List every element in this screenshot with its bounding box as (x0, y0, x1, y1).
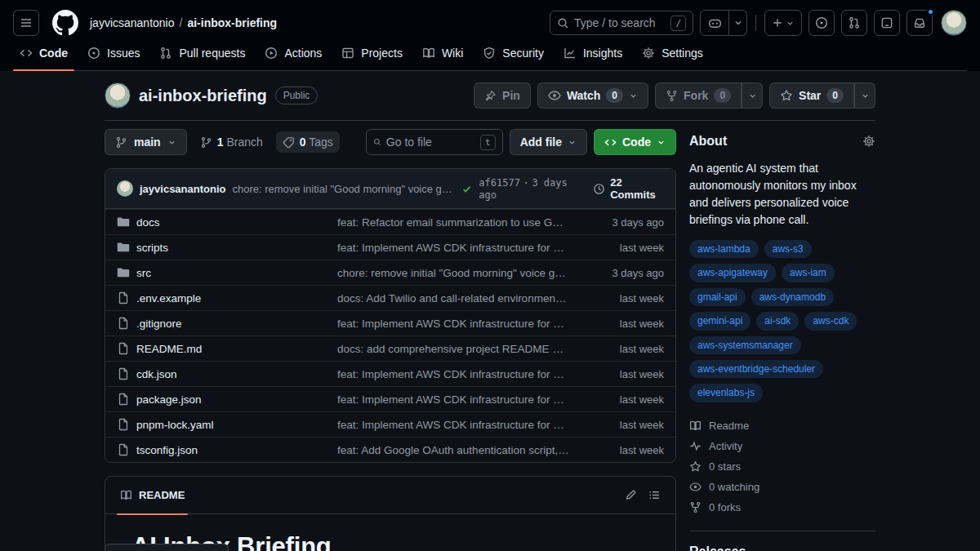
code-download-button[interactable]: Code (594, 129, 676, 155)
topic-tag[interactable]: ai-sdk (756, 312, 799, 330)
tab-wiki[interactable]: Wiki (416, 44, 470, 70)
file-name-link[interactable]: pnpm-lock.yaml (136, 419, 337, 431)
topic-tag[interactable]: aws-apigateway (689, 264, 776, 282)
topic-tag[interactable]: aws-cdk (804, 312, 857, 330)
row-commit-message-link[interactable]: feat: Implement AWS CDK infrastructure f… (337, 419, 579, 431)
table-row[interactable]: .env.example docs: Add Twilio and call-r… (105, 285, 675, 310)
row-commit-message-link[interactable]: feat: Add Google OAuth authentication sc… (337, 444, 579, 456)
latest-commit-message-link[interactable]: chore: remove initial "Good morning" voi… (232, 183, 455, 195)
fork-dropdown-button[interactable] (742, 82, 763, 109)
table-row[interactable]: .gitignore feat: Implement AWS CDK infra… (105, 310, 675, 335)
file-name-link[interactable]: tsconfig.json (136, 444, 337, 456)
commit-hash-link[interactable]: af61577 (479, 177, 520, 189)
topic-tag[interactable]: aws-s3 (764, 240, 812, 258)
tab-insights[interactable]: Insights (557, 44, 629, 70)
row-commit-message-link[interactable]: feat: Implement AWS CDK infrastructure f… (337, 393, 579, 406)
topic-tag[interactable]: elevenlabs-js (689, 384, 763, 402)
star-dropdown-button[interactable] (854, 82, 875, 109)
table-row[interactable]: cdk.json feat: Implement AWS CDK infrast… (105, 361, 675, 386)
file-name-link[interactable]: scripts (136, 242, 337, 254)
add-file-button[interactable]: Add file (510, 129, 587, 155)
forks-link[interactable]: 0 forks (689, 497, 875, 518)
file-name-link[interactable]: src (136, 267, 337, 279)
check-icon[interactable] (461, 184, 472, 194)
tags-link[interactable]: 0 Tags (276, 131, 340, 153)
table-row[interactable]: tsconfig.json feat: Add Google OAuth aut… (105, 437, 675, 462)
table-row[interactable]: docs feat: Refactor email summarization … (105, 209, 675, 234)
file-name-link[interactable]: .gitignore (136, 318, 337, 330)
commit-history-link[interactable]: 22 Commits (593, 176, 664, 201)
notifications-inbox-button[interactable] (906, 10, 933, 36)
file-name-link[interactable]: cdk.json (136, 368, 337, 380)
tab-actions[interactable]: Actions (258, 44, 328, 70)
table-row[interactable]: package.json feat: Implement AWS CDK inf… (105, 386, 675, 411)
repo-forked-icon (689, 501, 702, 513)
global-search-input[interactable]: Type / to search / (550, 11, 693, 35)
agents-window-button[interactable] (874, 10, 900, 36)
topic-tag[interactable]: aws-iam (782, 264, 835, 282)
copilot-button[interactable] (700, 10, 729, 36)
tab-projects[interactable]: Projects (335, 44, 409, 70)
file-name-link[interactable]: package.json (136, 393, 337, 406)
row-commit-message-link[interactable]: docs: add comprehensive project README w… (337, 343, 579, 355)
go-to-file-search[interactable]: t (366, 129, 503, 155)
tab-issues[interactable]: Issues (81, 44, 146, 70)
fork-button[interactable]: Fork 0 (655, 82, 742, 109)
activity-link[interactable]: Activity (689, 436, 875, 456)
edit-about-button[interactable] (862, 135, 875, 148)
repo-name[interactable]: ai-inbox-briefing (139, 87, 267, 105)
repo-owner-avatar[interactable] (105, 82, 131, 109)
breadcrumb-repo-link[interactable]: ai-inbox-briefing (187, 16, 277, 29)
file-name-link[interactable]: README.md (136, 343, 337, 355)
table-row[interactable]: README.md docs: add comprehensive projec… (105, 335, 675, 361)
topic-tag[interactable]: aws-lambda (689, 240, 759, 258)
hamburger-menu-button[interactable] (13, 10, 39, 36)
row-commit-message-link[interactable]: feat: Refactor email summarization to us… (337, 216, 579, 229)
tab-code[interactable]: Code (13, 44, 74, 70)
readme-link[interactable]: Readme (689, 415, 875, 436)
create-new-button[interactable] (764, 10, 802, 36)
hamburger-icon (20, 16, 33, 29)
table-row[interactable]: src chore: remove initial "Good morning"… (105, 260, 675, 285)
row-commit-message-link[interactable]: feat: Implement AWS CDK infrastructure f… (337, 242, 579, 254)
pin-button[interactable]: Pin (474, 82, 531, 109)
topic-tag[interactable]: aws-dynamodb (751, 288, 834, 306)
outline-button[interactable] (648, 489, 661, 501)
code-icon (604, 136, 617, 149)
row-commit-message-link[interactable]: docs: Add Twilio and call-related enviro… (337, 292, 579, 304)
topic-tag[interactable]: aws-systemsmanager (689, 336, 801, 354)
branches-link[interactable]: 1 Branch (194, 131, 270, 153)
row-commit-message-link[interactable]: feat: Implement AWS CDK infrastructure f… (337, 368, 579, 380)
breadcrumb-user-link[interactable]: jayvicsanantonio (90, 16, 175, 29)
star-button[interactable]: Star 0 (769, 82, 854, 109)
issues-header-button[interactable] (808, 10, 835, 36)
row-commit-message-link[interactable]: chore: remove initial "Good morning" voi… (337, 267, 579, 279)
table-row[interactable]: scripts feat: Implement AWS CDK infrastr… (105, 234, 675, 260)
github-logo-icon[interactable] (52, 10, 78, 36)
user-avatar[interactable] (941, 10, 967, 36)
stars-link[interactable]: 0 stars (689, 456, 875, 477)
edit-readme-button[interactable] (625, 489, 637, 501)
tab-security[interactable]: Security (476, 44, 550, 70)
readme-tab[interactable]: README (112, 477, 193, 514)
file-name-link[interactable]: .env.example (136, 292, 337, 304)
row-commit-message-link[interactable]: feat: Implement AWS CDK infrastructure f… (337, 318, 579, 330)
pull-requests-header-button[interactable] (841, 10, 867, 36)
table-row[interactable]: pnpm-lock.yaml feat: Implement AWS CDK i… (105, 411, 675, 437)
pin-icon (484, 90, 497, 102)
go-to-file-input[interactable] (386, 136, 475, 149)
commit-author-link[interactable]: jayvicsanantonio (140, 183, 225, 195)
watch-button[interactable]: Watch 0 (537, 82, 648, 109)
watching-link[interactable]: 0 watching (689, 477, 875, 497)
eye-icon (689, 481, 702, 493)
tab-pull-requests[interactable]: Pull requests (153, 44, 252, 70)
file-name-link[interactable]: docs (136, 216, 337, 229)
branch-selector[interactable]: main (105, 129, 187, 155)
topic-tag[interactable]: aws-eventbridge-scheduler (689, 360, 823, 378)
tab-settings[interactable]: Settings (635, 44, 710, 70)
topic-tag[interactable]: gemini-api (689, 312, 751, 330)
commit-author-avatar[interactable] (117, 180, 133, 197)
star-button-group: Star 0 (769, 82, 875, 109)
topic-tag[interactable]: gmail-api (689, 288, 746, 306)
copilot-dropdown-button[interactable] (729, 10, 747, 36)
